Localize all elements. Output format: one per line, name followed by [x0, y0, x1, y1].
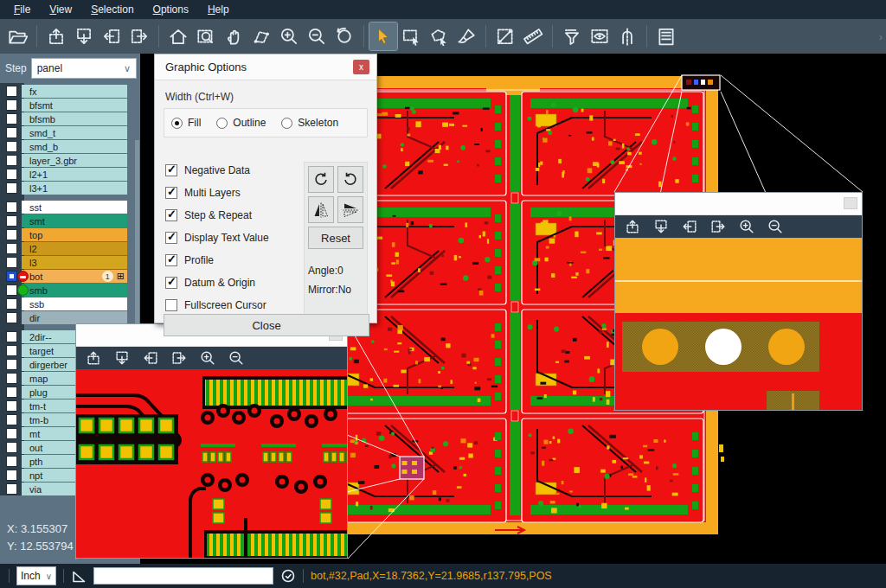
zoom-in-button[interactable] [197, 348, 218, 368]
graphic-options-dialog[interactable]: Graphic Options x Width (Ctrl+W) Fill Ou… [154, 54, 377, 323]
layer-checkbox[interactable] [6, 99, 17, 111]
menu-help[interactable]: Help [199, 2, 238, 17]
layer-row-top[interactable]: top [0, 228, 140, 241]
command-input[interactable] [93, 567, 273, 585]
select-cursor-button[interactable] [369, 22, 397, 50]
layer-checkbox[interactable] [6, 345, 17, 356]
zoom-in-button[interactable] [275, 22, 303, 50]
pan-left-button[interactable] [98, 22, 125, 50]
checkbox-icon[interactable] [165, 299, 177, 311]
layer-checkbox[interactable] [6, 442, 17, 453]
check-step-repeat[interactable]: Step & Repeat [165, 208, 269, 221]
layer-checkbox[interactable] [6, 229, 17, 240]
menu-selection[interactable]: Selection [82, 2, 142, 17]
layer-row-smd_b[interactable]: smd_b [0, 140, 140, 153]
layer-checkbox[interactable] [6, 127, 17, 138]
refresh-icon[interactable] [280, 568, 296, 584]
check-display-text-value[interactable]: Display Text Value [165, 231, 269, 244]
zoom-out-button[interactable] [765, 216, 786, 237]
magnifier-window-left[interactable] [75, 323, 348, 559]
layer-row-fx[interactable]: fx [0, 85, 140, 98]
ruler-button[interactable] [519, 22, 547, 50]
mirror-horizontal-button[interactable] [308, 196, 334, 223]
layer-checkbox[interactable] [6, 298, 17, 310]
layer-name[interactable]: smt [22, 214, 127, 227]
view-object-button[interactable] [586, 22, 613, 50]
layer-checkbox[interactable] [6, 284, 17, 296]
radio-fill[interactable]: Fill [171, 117, 201, 129]
close-icon[interactable]: x [353, 60, 369, 74]
check-datum-origin[interactable]: Datum & Origin [165, 276, 269, 289]
dialog-close-button[interactable]: Close [164, 314, 369, 336]
layer-checkbox[interactable] [6, 155, 17, 166]
layer-name[interactable]: top [22, 228, 127, 241]
checkbox-icon[interactable] [165, 277, 177, 289]
layer-name[interactable]: layer_3.gbr [22, 154, 127, 167]
pan-up-button[interactable] [622, 216, 643, 237]
home-view-button[interactable] [164, 22, 192, 50]
filter-button[interactable] [558, 22, 586, 50]
layer-name[interactable]: l2+1 [22, 168, 127, 181]
layer-checkbox[interactable] [6, 113, 17, 125]
layer-name[interactable]: fx [22, 85, 127, 98]
pan-left-button[interactable] [679, 216, 700, 237]
layer-name[interactable]: smb [22, 284, 127, 297]
pan-right-button[interactable] [708, 216, 729, 237]
magnifier-left-view[interactable] [76, 369, 347, 558]
layer-row-bot[interactable]: bot 1 ⊞ [0, 270, 140, 283]
dialog-titlebar[interactable]: Graphic Options x [155, 54, 376, 80]
layer-checkbox[interactable] [6, 483, 17, 495]
mirror-vertical-button[interactable] [337, 196, 363, 223]
layer-name[interactable]: sst [22, 201, 127, 214]
layer-row-bfsmb[interactable]: bfsmb [0, 112, 140, 125]
layer-checkbox[interactable] [6, 86, 17, 97]
layer-name[interactable]: dir [22, 311, 127, 324]
layer-row-smt[interactable]: smt [0, 214, 140, 227]
checkbox-icon[interactable] [165, 254, 177, 266]
menu-options[interactable]: Options [144, 2, 197, 17]
magnifier-window-right[interactable] [614, 192, 863, 411]
layer-row-l2p1[interactable]: l2+1 [0, 168, 140, 181]
check-profile[interactable]: Profile [165, 253, 269, 266]
pan-down-button[interactable] [70, 22, 98, 50]
layer-name[interactable]: l2 [22, 242, 127, 255]
radio-outline[interactable]: Outline [216, 117, 266, 129]
layer-checkbox[interactable] [6, 414, 17, 425]
pan-left-button[interactable] [140, 348, 161, 368]
layer-row-l3[interactable]: l3 [0, 256, 140, 269]
radio-skeleton[interactable]: Skeleton [281, 117, 338, 129]
pan-right-button[interactable] [125, 22, 153, 50]
window-button-icon[interactable] [844, 197, 857, 209]
select-brush-button[interactable] [453, 22, 480, 50]
layer-checkbox[interactable] [6, 169, 17, 180]
snap-button[interactable] [613, 22, 641, 50]
layer-row-sst[interactable]: sst [0, 201, 140, 214]
layer-name[interactable]: smd_t [22, 126, 127, 139]
pan-right-button[interactable] [169, 348, 189, 368]
layer-checkbox[interactable] [6, 428, 17, 439]
layer-name[interactable]: bfsmb [22, 112, 127, 125]
magnifier-right-titlebar[interactable] [615, 193, 862, 215]
zoom-in-button[interactable] [736, 216, 757, 237]
toolbar-overflow-icon[interactable]: › [879, 31, 883, 43]
menu-file[interactable]: File [5, 2, 39, 17]
checkbox-icon[interactable] [165, 232, 177, 244]
layer-row-smb[interactable]: smb [0, 284, 140, 297]
select-polygon-button[interactable] [425, 22, 453, 50]
magnifier-right-view[interactable] [615, 238, 862, 410]
step-select[interactable]: panel ∨ [31, 58, 137, 79]
layer-checkbox[interactable] [6, 470, 17, 481]
layer-name[interactable]: bot 1 ⊞ [22, 270, 127, 283]
check-multi-layers[interactable]: Multi Layers [165, 186, 269, 199]
layer-checkbox[interactable] [6, 182, 17, 194]
pan-up-button[interactable] [83, 348, 104, 368]
layer-name[interactable]: bfsmt [22, 99, 127, 112]
layer-checkbox[interactable] [6, 373, 17, 384]
layer-checkbox[interactable] [6, 312, 17, 323]
check-negative-data[interactable]: Negative Data [165, 163, 269, 176]
layer-row-bfsmt[interactable]: bfsmt [0, 99, 140, 112]
reset-button[interactable]: Reset [308, 227, 363, 249]
layer-checkbox[interactable] [6, 243, 17, 254]
layer-checkbox[interactable] [6, 215, 17, 227]
open-button[interactable] [3, 22, 31, 50]
